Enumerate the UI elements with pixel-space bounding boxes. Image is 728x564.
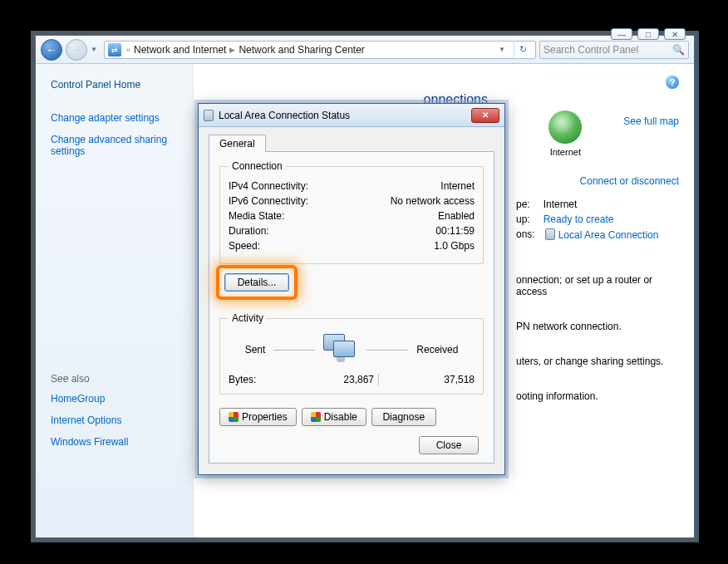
- received-label: Received: [416, 344, 458, 356]
- chevron-right-icon: ▶: [229, 46, 235, 54]
- minimize-button[interactable]: —: [611, 28, 632, 40]
- media-state-label: Media State:: [229, 210, 284, 222]
- navigation-bar: ← → ▼ ⇄ « Network and Internet ▶ Network…: [36, 36, 694, 64]
- bytes-received-value: 37,518: [383, 374, 475, 385]
- tab-general[interactable]: General: [209, 135, 266, 152]
- details-button[interactable]: Details...: [224, 273, 289, 292]
- internet-label: Internet: [550, 147, 581, 157]
- help-icon[interactable]: ?: [666, 76, 679, 89]
- ipv4-value: Internet: [440, 180, 475, 192]
- maximize-button[interactable]: □: [637, 28, 659, 40]
- connect-disconnect-link[interactable]: Connect or disconnect: [580, 175, 679, 187]
- tab-panel-general: Connection IPv4 Connectivity:Internet IP…: [209, 151, 494, 463]
- refresh-button[interactable]: ↻: [514, 41, 532, 59]
- breadcrumb-level1[interactable]: Network and Internet: [134, 44, 226, 56]
- details-button-highlight: Details...: [216, 265, 298, 300]
- ipv6-value: No network access: [391, 195, 475, 207]
- network-activity-icon: [323, 334, 358, 365]
- sidebar-item-adapter-settings[interactable]: Change adapter settings: [51, 112, 183, 124]
- dialog-close-button[interactable]: ✕: [471, 108, 499, 123]
- duration-label: Duration:: [229, 225, 269, 237]
- connections-label: ons:: [516, 228, 535, 241]
- homegroup-value-link[interactable]: Ready to create: [544, 213, 614, 225]
- chevron-left-icon: «: [126, 46, 130, 54]
- sent-label: Sent: [245, 344, 266, 356]
- adapter-icon: [204, 110, 214, 121]
- forward-button[interactable]: →: [66, 39, 87, 61]
- address-dropdown-icon[interactable]: ▼: [499, 46, 509, 53]
- shield-icon: [229, 412, 239, 422]
- search-placeholder: Search Control Panel: [544, 44, 638, 56]
- line-icon: [366, 350, 408, 351]
- sidebar-item-homegroup[interactable]: HomeGroup: [51, 393, 183, 405]
- window-caption-buttons: — □ ✕: [607, 28, 689, 40]
- see-full-map-link[interactable]: See full map: [623, 115, 679, 127]
- local-area-connection-link[interactable]: Local Area Connection: [558, 229, 659, 241]
- breadcrumb-level2[interactable]: Network and Sharing Center: [239, 44, 364, 56]
- back-button[interactable]: ←: [41, 39, 62, 61]
- media-state-value: Enabled: [438, 210, 475, 222]
- adapter-icon: [545, 228, 555, 240]
- access-type-label: pe:: [516, 199, 530, 210]
- bytes-label: Bytes:: [229, 374, 278, 385]
- history-dropdown-icon[interactable]: ▼: [91, 46, 101, 53]
- body-line-3: uters, or change sharing settings.: [516, 356, 679, 367]
- sidebar-item-windows-firewall[interactable]: Windows Firewall: [51, 436, 183, 448]
- properties-button[interactable]: Properties: [219, 408, 297, 426]
- access-type-value: Internet: [544, 199, 578, 210]
- network-sharing-icon: ⇄: [108, 43, 121, 56]
- shield-icon: [311, 412, 321, 422]
- connection-status-dialog: Local Area Connection Status ✕ General C…: [198, 103, 505, 475]
- close-button[interactable]: Close: [419, 436, 479, 454]
- see-also-heading: See also: [51, 373, 183, 385]
- bytes-sent-value: 23,867: [283, 374, 374, 385]
- homegroup-label: up:: [516, 213, 530, 225]
- ipv6-label: IPv6 Connectivity:: [229, 195, 308, 207]
- diagnose-button[interactable]: Diagnose: [371, 408, 436, 426]
- ipv4-label: IPv4 Connectivity:: [229, 180, 308, 192]
- address-bar[interactable]: ⇄ « Network and Internet ▶ Network and S…: [104, 41, 536, 59]
- search-input[interactable]: Search Control Panel 🔍: [539, 41, 689, 59]
- body-line-2: PN network connection.: [516, 321, 679, 332]
- line-icon: [273, 350, 315, 351]
- duration-value: 00:11:59: [435, 225, 475, 237]
- sidebar: Control Panel Home Change adapter settin…: [36, 64, 194, 537]
- body-line-1: onnection; or set up a router or access: [516, 274, 679, 297]
- speed-value: 1.0 Gbps: [434, 240, 475, 252]
- activity-group: Activity Sent Received Bytes: 23,867 37,…: [219, 312, 484, 395]
- sidebar-item-advanced-sharing[interactable]: Change advanced sharing settings: [51, 134, 183, 157]
- activity-group-label: Activity: [229, 312, 267, 324]
- speed-label: Speed:: [229, 240, 260, 252]
- dialog-titlebar[interactable]: Local Area Connection Status ✕: [199, 104, 504, 127]
- dialog-title: Local Area Connection Status: [219, 110, 350, 121]
- sidebar-item-internet-options[interactable]: Internet Options: [51, 414, 183, 426]
- close-window-button[interactable]: ✕: [664, 28, 686, 40]
- connection-group-label: Connection: [229, 160, 286, 172]
- globe-icon: [548, 110, 582, 144]
- connection-group: Connection IPv4 Connectivity:Internet IP…: [219, 160, 484, 264]
- disable-button[interactable]: Disable: [302, 408, 366, 426]
- search-icon: 🔍: [672, 44, 685, 56]
- control-panel-home-link[interactable]: Control Panel Home: [51, 79, 183, 91]
- internet-node: Internet: [548, 110, 582, 157]
- breadcrumb[interactable]: « Network and Internet ▶ Network and Sha…: [126, 44, 365, 56]
- body-line-4: ooting information.: [516, 390, 679, 402]
